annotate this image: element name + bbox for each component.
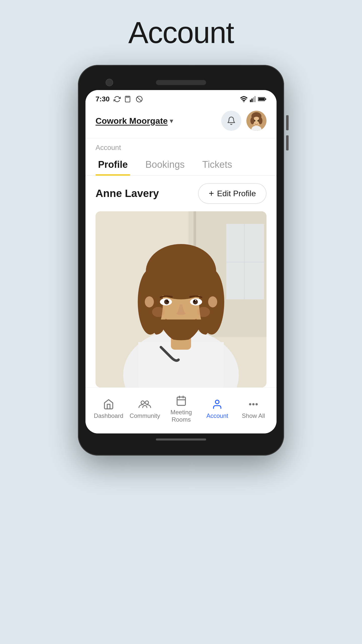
app-header: Cowork Moorgate ▾ [85,106,277,139]
svg-point-38 [168,300,169,301]
status-time: 7:30 [96,95,110,103]
person-icon [212,399,223,410]
svg-rect-9 [253,97,254,102]
svg-point-55 [250,404,251,405]
svg-rect-12 [258,98,264,100]
profile-photo [96,211,266,387]
profile-name: Anne Lavery [96,187,159,199]
nav-community[interactable]: Community [130,399,160,420]
svg-point-56 [253,404,254,405]
bell-icon [227,116,236,125]
plus-icon: + [209,188,214,199]
chevron-down-icon: ▾ [170,117,173,125]
svg-point-34 [208,296,217,307]
svg-point-49 [145,401,149,404]
svg-rect-13 [265,98,266,100]
community-icon [139,399,151,410]
svg-point-57 [256,404,257,405]
calendar-icon [176,395,187,406]
nav-dashboard-label: Dashboard [94,412,123,420]
tab-profile[interactable]: Profile [96,154,130,175]
nav-community-label: Community [130,412,160,420]
svg-point-43 [152,307,165,317]
sync-icon [114,96,121,103]
svg-rect-47 [226,262,264,263]
home-indicator [156,438,206,440]
avatar[interactable] [246,111,266,131]
nav-dashboard[interactable]: Dashboard [94,399,124,420]
tab-tickets[interactable]: Tickets [200,154,235,175]
page-title: Account [128,15,234,50]
phone-frame: 7:30 [78,65,284,456]
status-bar: 7:30 [85,90,277,106]
svg-point-17 [250,117,254,124]
workspace-selector[interactable]: Cowork Moorgate ▾ [96,116,173,126]
battery-icon [258,97,266,102]
nav-account-label: Account [206,412,228,420]
svg-point-19 [254,120,255,122]
svg-point-42 [195,300,196,301]
side-buttons [286,115,289,150]
svg-rect-7 [250,100,251,102]
svg-point-54 [215,400,219,404]
edit-profile-button[interactable]: + Edit Profile [198,183,266,204]
svg-rect-50 [177,397,185,405]
nav-show-all[interactable]: Show All [238,399,268,420]
more-icon [248,399,259,410]
svg-point-44 [197,307,210,317]
nav-meeting-rooms-label: Meeting Rooms [170,409,192,423]
status-icons [240,96,266,102]
tabs-container: Profile Bookings Tickets [85,152,277,176]
svg-point-6 [243,101,244,102]
phone-screen: 7:30 [85,90,277,433]
status-left: 7:30 [96,95,143,103]
wifi-icon [240,96,248,102]
svg-rect-32 [148,267,214,287]
camera [106,79,113,86]
header-actions [221,111,266,131]
speaker [156,80,206,85]
svg-rect-10 [254,96,256,102]
volume-up-button [286,115,289,130]
nav-meeting-rooms[interactable]: Meeting Rooms [166,395,196,423]
svg-point-20 [257,120,259,122]
svg-rect-8 [251,99,253,102]
phone-bottom [85,438,277,440]
svg-point-18 [258,117,262,124]
home-icon [103,399,114,410]
edit-profile-label: Edit Profile [217,189,256,198]
workspace-name: Cowork Moorgate [96,116,168,126]
notifications-button[interactable] [221,111,241,131]
breadcrumb-text: Account [96,144,121,151]
avatar-face-svg [246,111,266,131]
profile-image-container [85,211,277,387]
bottom-nav: Dashboard Community [85,387,277,433]
account-breadcrumb: Account [85,139,277,152]
no-signal-icon [136,96,143,103]
phone-top [85,80,277,85]
profile-section: Anne Lavery + Edit Profile [85,176,277,211]
signal-icon [250,96,256,102]
svg-line-5 [137,97,141,101]
tab-bookings[interactable]: Bookings [143,154,187,175]
svg-point-48 [141,401,144,404]
nav-account[interactable]: Account [202,399,232,420]
nav-show-all-label: Show All [242,412,265,420]
svg-point-33 [145,296,154,307]
volume-down-button [286,135,289,150]
profile-image-box [96,211,266,387]
sd-icon [125,96,132,103]
